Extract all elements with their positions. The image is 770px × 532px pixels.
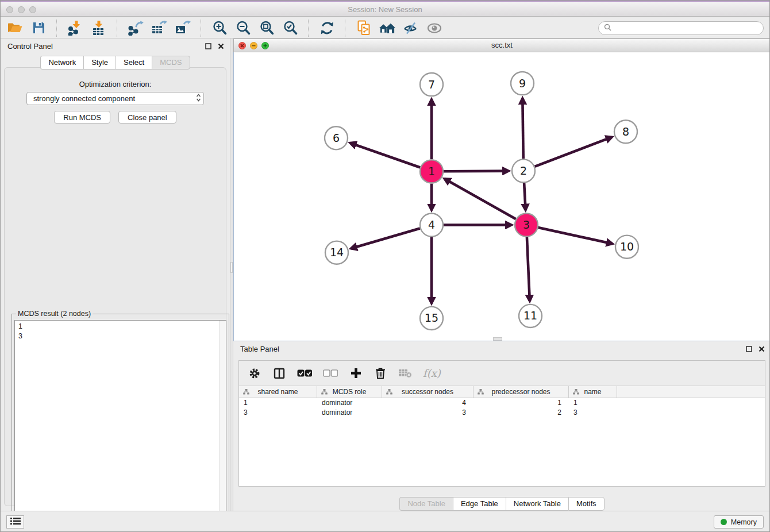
delete-table-icon	[398, 368, 412, 378]
float-panel-icon[interactable]	[205, 43, 211, 51]
save-session-icon[interactable]	[30, 20, 47, 37]
table-cell[interactable]: 2	[473, 408, 569, 417]
open-session-icon[interactable]	[6, 20, 24, 37]
tab-style[interactable]: Style	[83, 56, 116, 70]
table-header-row: shared nameMCDS rolesuccessor nodesprede…	[239, 386, 765, 398]
dropdown-stepper-icon	[196, 94, 201, 103]
export-image-icon[interactable]	[174, 20, 191, 37]
close-panel-icon[interactable]	[218, 43, 224, 51]
result-scrollbar[interactable]	[219, 321, 226, 528]
table-cell[interactable]: dominator	[317, 408, 382, 417]
table-panel: Table Panel	[233, 341, 770, 511]
tab-select[interactable]: Select	[116, 56, 152, 70]
window-controls	[6, 6, 36, 13]
show-all-icon[interactable]	[426, 20, 443, 37]
tab-node-table[interactable]: Node Table	[399, 497, 453, 511]
select-all-icon[interactable]	[297, 369, 312, 377]
network-canvas[interactable]: 7968124314101511	[233, 52, 770, 341]
network-graph[interactable]: 7968124314101511	[234, 52, 770, 341]
memory-label: Memory	[731, 518, 757, 526]
run-mcds-button[interactable]: Run MCDS	[54, 111, 110, 124]
node-label-2: 2	[520, 164, 527, 177]
table-row[interactable]: 1dominator411	[239, 398, 765, 408]
mcds-result-list[interactable]: 13	[14, 320, 226, 529]
splitter-handle[interactable]	[230, 262, 233, 273]
clone-network-icon[interactable]	[355, 20, 372, 37]
table-cell[interactable]: dominator	[317, 399, 382, 407]
table-cell[interactable]: 1	[239, 399, 317, 407]
tab-network-table[interactable]: Network Table	[506, 497, 568, 511]
toolbar-separator	[345, 20, 346, 37]
horizontal-splitter-handle[interactable]	[493, 337, 502, 341]
minimize-window-button[interactable]	[18, 6, 25, 13]
edge-2-3[interactable]	[524, 183, 526, 210]
zoom-fit-icon[interactable]	[258, 20, 275, 37]
column-header-name[interactable]: name	[569, 386, 617, 398]
tab-network[interactable]: Network	[40, 56, 83, 70]
node-label-11: 11	[523, 309, 537, 322]
export-table-icon[interactable]	[151, 20, 168, 37]
refresh-layout-icon[interactable]	[318, 20, 336, 37]
mcds-result-group: MCDS result (2 nodes) 13	[11, 314, 229, 531]
edge-2-8[interactable]	[535, 137, 612, 167]
status-bar: Memory	[1, 511, 769, 531]
network-title: scc.txt	[234, 39, 770, 52]
zoom-selected-icon[interactable]	[282, 20, 299, 37]
tab-edge-table[interactable]: Edge Table	[453, 497, 506, 511]
tab-motifs[interactable]: Motifs	[568, 497, 605, 511]
split-panel-icon[interactable]	[272, 368, 286, 379]
node-label-3: 3	[523, 218, 530, 231]
search-input[interactable]	[615, 24, 758, 33]
zoom-out-icon[interactable]	[234, 20, 252, 37]
table-cell[interactable]: 1	[569, 399, 617, 407]
table-cell[interactable]: 3	[382, 408, 473, 417]
close-panel-icon[interactable]	[759, 345, 765, 354]
import-network-icon[interactable]	[67, 20, 84, 37]
table-settings-icon[interactable]	[248, 368, 261, 379]
optimization-criterion-dropdown[interactable]: strongly connected component	[26, 92, 204, 105]
zoom-in-icon[interactable]	[211, 20, 228, 37]
column-header-predecessor-nodes[interactable]: predecessor nodes	[473, 386, 569, 398]
function-builder-icon: f(x)	[423, 367, 441, 379]
close-panel-button[interactable]: Close panel	[118, 111, 176, 124]
memory-button[interactable]: Memory	[714, 515, 764, 529]
edge-1-2[interactable]	[444, 171, 509, 172]
network-maximize-icon[interactable]	[261, 42, 269, 49]
edge-1-6[interactable]	[351, 143, 421, 168]
titlebar: Session: New Session	[1, 1, 769, 17]
node-label-15: 15	[425, 311, 438, 324]
network-frame-titlebar[interactable]: scc.txt	[233, 38, 770, 52]
import-table-icon[interactable]	[90, 20, 107, 37]
node-label-1: 1	[428, 165, 435, 178]
deselect-all-icon[interactable]	[323, 369, 338, 377]
maximize-window-button[interactable]	[29, 6, 36, 13]
edge-2-9[interactable]	[522, 98, 523, 159]
close-window-button[interactable]	[6, 6, 13, 13]
table-cell[interactable]: 4	[382, 399, 473, 407]
table-cell[interactable]: 1	[473, 399, 569, 407]
edge-4-14[interactable]	[351, 228, 420, 248]
column-header-successor-nodes[interactable]: successor nodes	[382, 386, 473, 398]
table-row[interactable]: 3dominator323	[239, 408, 765, 418]
edge-3-1[interactable]	[445, 179, 516, 219]
control-panel: Control Panel NetworkStyleSelectMCDS Opt…	[1, 38, 230, 511]
hide-selected-icon[interactable]	[402, 20, 419, 37]
tab-mcds[interactable]: MCDS	[152, 56, 190, 70]
float-panel-icon[interactable]	[746, 345, 752, 354]
column-header-MCDS-role[interactable]: MCDS role	[317, 386, 382, 398]
network-close-icon[interactable]	[238, 42, 246, 49]
delete-column-icon[interactable]	[374, 367, 387, 379]
add-column-icon[interactable]	[349, 368, 363, 379]
table-cell[interactable]: 3	[569, 408, 617, 417]
network-minimize-icon[interactable]	[250, 42, 257, 49]
first-neighbors-icon[interactable]	[379, 20, 396, 37]
edge-3-11[interactable]	[527, 237, 530, 301]
control-panel-tabs: NetworkStyleSelectMCDS	[1, 56, 230, 70]
table-cell[interactable]: 3	[239, 408, 317, 417]
column-header-shared-name[interactable]: shared name	[239, 386, 317, 398]
edge-3-10[interactable]	[538, 228, 613, 244]
export-network-icon[interactable]	[127, 20, 144, 37]
search-box[interactable]	[598, 21, 764, 35]
result-line: 3	[18, 331, 222, 341]
task-history-button[interactable]	[6, 515, 24, 529]
